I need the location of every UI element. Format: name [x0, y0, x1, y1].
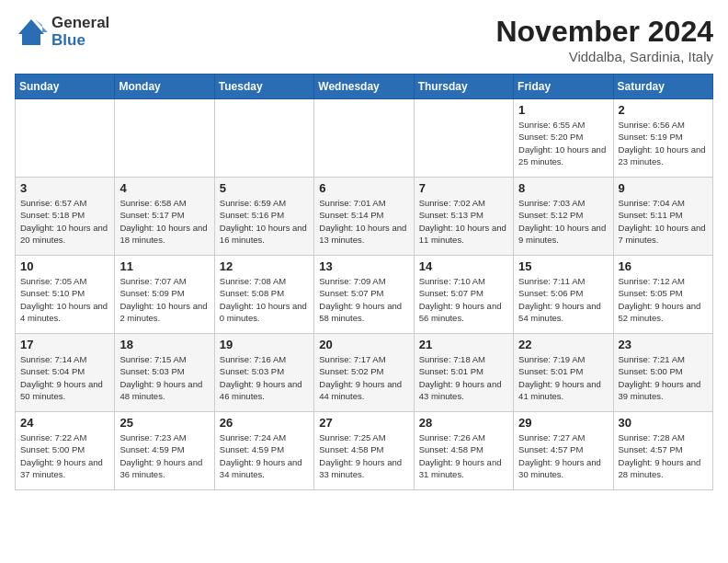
day-number: 7 [419, 181, 508, 195]
day-info: Sunrise: 7:26 AM Sunset: 4:58 PM Dayligh… [419, 431, 508, 480]
logo-text: General Blue [51, 15, 109, 49]
day-info: Sunrise: 7:07 AM Sunset: 5:09 PM Dayligh… [119, 275, 209, 324]
day-number: 1 [518, 103, 608, 117]
day-number: 3 [20, 181, 109, 195]
day-header-monday: Monday [115, 75, 214, 99]
day-number: 4 [119, 181, 209, 195]
day-info: Sunrise: 7:16 AM Sunset: 5:03 PM Dayligh… [220, 353, 309, 402]
day-number: 12 [220, 259, 309, 273]
day-number: 23 [619, 338, 708, 351]
day-info: Sunrise: 7:08 AM Sunset: 5:08 PM Dayligh… [220, 275, 309, 324]
calendar-cell: 8Sunrise: 7:03 AM Sunset: 5:12 PM Daylig… [514, 178, 613, 256]
day-info: Sunrise: 7:05 AM Sunset: 5:10 PM Dayligh… [20, 275, 109, 324]
day-number: 27 [319, 416, 408, 430]
day-number: 20 [319, 338, 408, 351]
calendar-cell: 25Sunrise: 7:23 AM Sunset: 4:59 PM Dayli… [115, 412, 214, 490]
logo-general: General [51, 15, 109, 32]
calendar-week-row: 1Sunrise: 6:55 AM Sunset: 5:20 PM Daylig… [16, 99, 713, 178]
day-header-friday: Friday [514, 75, 613, 99]
day-number: 13 [319, 259, 408, 273]
calendar-cell: 15Sunrise: 7:11 AM Sunset: 5:06 PM Dayli… [514, 256, 613, 334]
day-info: Sunrise: 7:15 AM Sunset: 5:03 PM Dayligh… [119, 353, 209, 402]
title-block: November 2024 Viddalba, Sardinia, Italy [495, 15, 713, 64]
day-info: Sunrise: 7:18 AM Sunset: 5:01 PM Dayligh… [419, 353, 508, 402]
calendar-cell: 16Sunrise: 7:12 AM Sunset: 5:05 PM Dayli… [613, 256, 712, 334]
day-number: 14 [419, 259, 508, 273]
day-number: 15 [518, 259, 608, 273]
day-info: Sunrise: 6:59 AM Sunset: 5:16 PM Dayligh… [220, 197, 309, 246]
day-number: 10 [20, 259, 109, 273]
day-number: 19 [220, 338, 309, 351]
day-info: Sunrise: 6:57 AM Sunset: 5:18 PM Dayligh… [20, 197, 109, 246]
day-info: Sunrise: 7:02 AM Sunset: 5:13 PM Dayligh… [419, 197, 508, 246]
calendar-cell: 19Sunrise: 7:16 AM Sunset: 5:03 PM Dayli… [214, 334, 313, 412]
day-number: 18 [119, 338, 209, 351]
calendar-cell: 4Sunrise: 6:58 AM Sunset: 5:17 PM Daylig… [115, 178, 214, 256]
calendar-cell: 7Sunrise: 7:02 AM Sunset: 5:13 PM Daylig… [414, 178, 513, 256]
calendar-cell [16, 99, 115, 178]
calendar-cell: 6Sunrise: 7:01 AM Sunset: 5:14 PM Daylig… [314, 178, 414, 256]
location-subtitle: Viddalba, Sardinia, Italy [495, 49, 713, 64]
day-header-thursday: Thursday [414, 75, 513, 99]
day-info: Sunrise: 6:56 AM Sunset: 5:19 PM Dayligh… [619, 119, 708, 167]
logo: General Blue [15, 15, 109, 49]
calendar-cell: 30Sunrise: 7:28 AM Sunset: 4:57 PM Dayli… [613, 412, 712, 490]
day-number: 16 [619, 259, 708, 273]
day-info: Sunrise: 7:09 AM Sunset: 5:07 PM Dayligh… [319, 275, 408, 324]
calendar-cell: 24Sunrise: 7:22 AM Sunset: 5:00 PM Dayli… [16, 412, 115, 490]
calendar-cell: 12Sunrise: 7:08 AM Sunset: 5:08 PM Dayli… [214, 256, 313, 334]
day-number: 22 [518, 338, 608, 351]
day-info: Sunrise: 7:10 AM Sunset: 5:07 PM Dayligh… [419, 275, 508, 324]
calendar-cell: 17Sunrise: 7:14 AM Sunset: 5:04 PM Dayli… [16, 334, 115, 412]
calendar-cell [214, 99, 313, 178]
day-number: 17 [20, 338, 109, 351]
calendar-week-row: 3Sunrise: 6:57 AM Sunset: 5:18 PM Daylig… [16, 178, 713, 256]
calendar-cell: 13Sunrise: 7:09 AM Sunset: 5:07 PM Dayli… [314, 256, 414, 334]
calendar-cell: 28Sunrise: 7:26 AM Sunset: 4:58 PM Dayli… [414, 412, 513, 490]
calendar-week-row: 10Sunrise: 7:05 AM Sunset: 5:10 PM Dayli… [16, 256, 713, 334]
day-number: 30 [619, 416, 708, 430]
day-number: 11 [119, 259, 209, 273]
day-info: Sunrise: 7:24 AM Sunset: 4:59 PM Dayligh… [220, 431, 309, 480]
calendar-cell: 5Sunrise: 6:59 AM Sunset: 5:16 PM Daylig… [214, 178, 313, 256]
day-info: Sunrise: 7:17 AM Sunset: 5:02 PM Dayligh… [319, 353, 408, 402]
logo-icon [15, 16, 48, 49]
day-number: 9 [619, 181, 708, 195]
day-info: Sunrise: 6:55 AM Sunset: 5:20 PM Dayligh… [518, 119, 608, 167]
day-number: 24 [20, 416, 109, 430]
calendar-cell [414, 99, 513, 178]
month-year-title: November 2024 [495, 15, 713, 49]
calendar-cell: 20Sunrise: 7:17 AM Sunset: 5:02 PM Dayli… [314, 334, 414, 412]
calendar-cell: 26Sunrise: 7:24 AM Sunset: 4:59 PM Dayli… [214, 412, 313, 490]
calendar-cell: 27Sunrise: 7:25 AM Sunset: 4:58 PM Dayli… [314, 412, 414, 490]
logo-blue-text: Blue [51, 32, 109, 50]
day-info: Sunrise: 7:11 AM Sunset: 5:06 PM Dayligh… [518, 275, 608, 324]
day-info: Sunrise: 7:03 AM Sunset: 5:12 PM Dayligh… [518, 197, 608, 246]
calendar-cell: 2Sunrise: 6:56 AM Sunset: 5:19 PM Daylig… [613, 99, 712, 178]
day-info: Sunrise: 7:04 AM Sunset: 5:11 PM Dayligh… [619, 197, 708, 246]
calendar-cell [314, 99, 414, 178]
calendar-cell: 23Sunrise: 7:21 AM Sunset: 5:00 PM Dayli… [613, 334, 712, 412]
calendar-cell: 22Sunrise: 7:19 AM Sunset: 5:01 PM Dayli… [514, 334, 613, 412]
calendar-cell: 14Sunrise: 7:10 AM Sunset: 5:07 PM Dayli… [414, 256, 513, 334]
day-info: Sunrise: 7:28 AM Sunset: 4:57 PM Dayligh… [619, 431, 708, 480]
day-header-tuesday: Tuesday [214, 75, 313, 99]
day-header-wednesday: Wednesday [314, 75, 414, 99]
day-header-saturday: Saturday [613, 75, 712, 99]
calendar-week-row: 17Sunrise: 7:14 AM Sunset: 5:04 PM Dayli… [16, 334, 713, 412]
day-info: Sunrise: 7:14 AM Sunset: 5:04 PM Dayligh… [20, 353, 109, 402]
page-header: General Blue November 2024 Viddalba, Sar… [15, 15, 713, 64]
day-number: 5 [220, 181, 309, 195]
day-number: 2 [619, 103, 708, 117]
calendar-cell: 3Sunrise: 6:57 AM Sunset: 5:18 PM Daylig… [16, 178, 115, 256]
day-info: Sunrise: 7:27 AM Sunset: 4:57 PM Dayligh… [518, 431, 608, 480]
day-info: Sunrise: 7:12 AM Sunset: 5:05 PM Dayligh… [619, 275, 708, 324]
day-header-sunday: Sunday [16, 75, 115, 99]
day-number: 25 [119, 416, 209, 430]
day-info: Sunrise: 7:21 AM Sunset: 5:00 PM Dayligh… [619, 353, 708, 402]
calendar-cell [115, 99, 214, 178]
day-number: 28 [419, 416, 508, 430]
day-info: Sunrise: 6:58 AM Sunset: 5:17 PM Dayligh… [119, 197, 209, 246]
day-info: Sunrise: 7:22 AM Sunset: 5:00 PM Dayligh… [20, 431, 109, 480]
day-info: Sunrise: 7:01 AM Sunset: 5:14 PM Dayligh… [319, 197, 408, 246]
